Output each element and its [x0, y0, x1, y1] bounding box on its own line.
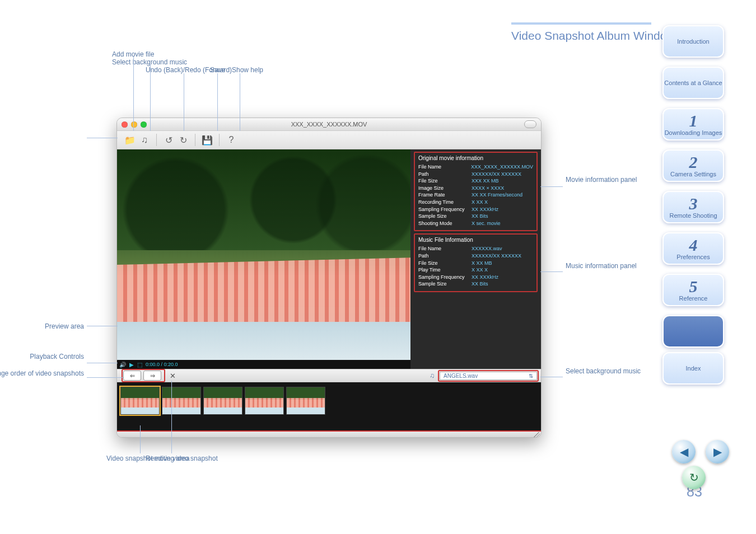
triangle-left-icon: ◀ — [680, 445, 688, 458]
music-info-heading: Music File Information — [418, 237, 533, 243]
order-prev-button[interactable]: ⇐ — [123, 371, 141, 381]
clip-4[interactable] — [245, 387, 284, 415]
nav-4-label: Preferences — [676, 254, 710, 260]
clip-3[interactable] — [203, 387, 242, 415]
preview-area: 🔊 ▶ ⬚ 0:00.0 / 0:20.0 — [117, 149, 410, 369]
nav-index-label: Index — [686, 365, 701, 372]
pager-arrows: ◀ ▶ — [672, 440, 729, 463]
save-icon: 💾 — [202, 135, 213, 146]
remove-snapshot-button[interactable]: ✕ — [170, 372, 176, 380]
side-nav: Introduction Contents at a Glance 1Downl… — [662, 25, 724, 394]
nav-contents[interactable]: Contents at a Glance — [662, 67, 724, 99]
fullscreen-button[interactable]: ⬚ — [137, 362, 142, 368]
open-movie-button[interactable]: 📁 — [123, 133, 137, 147]
bgm-filename: ANGELS.wav — [444, 373, 478, 379]
nav-intro-label: Introduction — [677, 38, 709, 45]
nav-1-num: 1 — [689, 113, 698, 129]
leader-remove — [171, 381, 172, 453]
callout-music-panel: Music information panel — [566, 262, 650, 270]
nav-1[interactable]: 1Downloading Images — [662, 108, 724, 140]
page-return: ↻ — [682, 466, 706, 489]
leader-movie-panel — [540, 186, 563, 187]
clip-1[interactable] — [120, 387, 160, 415]
nav-3[interactable]: 3Remote Shooting — [662, 191, 724, 223]
nav-4[interactable]: 4Preferences — [662, 232, 724, 265]
toolbar-sep-3 — [219, 134, 220, 146]
nav-3-num: 3 — [689, 195, 698, 212]
music-note-icon-small: ♫ — [430, 372, 435, 380]
select-music-button[interactable]: ♫ — [137, 133, 152, 147]
timeline-filler — [328, 387, 538, 426]
nav-contents-label: Contents at a Glance — [664, 79, 722, 86]
help-icon: ? — [229, 135, 234, 145]
page-title: Video Snapshot Album Window — [511, 29, 675, 43]
nav-3-label: Remote Shooting — [670, 212, 717, 219]
playback-controls: 🔊 ▶ ⬚ 0:00.0 / 0:20.0 — [117, 360, 410, 369]
leader-save — [217, 73, 218, 131]
callout-change-order: Change order of video snapshots — [0, 369, 84, 377]
page-return-button[interactable]: ↻ — [682, 466, 706, 489]
nav-index[interactable]: Index — [662, 352, 724, 385]
arrow-left-icon: ⇐ — [130, 372, 135, 380]
stepper-icon: ⇅ — [529, 373, 533, 379]
info-panel: Original movie information File NameXXX_… — [410, 149, 541, 369]
app-window: XXX_XXXX_XXXXXX.MOV 📁 ♫ ↺ ↻ 💾 ? 🔊 ▶ ⬚ — [116, 118, 542, 438]
help-button[interactable]: ? — [224, 133, 239, 147]
nav-1-label: Downloading Images — [665, 129, 722, 136]
clip-5[interactable] — [286, 387, 325, 415]
toolbar-toggle[interactable] — [524, 120, 536, 128]
sequence-bar: ⇐ ⇒ ✕ ♫ ANGELS.wav ⇅ — [117, 369, 541, 382]
heading-rule — [511, 22, 651, 25]
callout-controls: Playback Controls — [0, 353, 84, 360]
play-button[interactable]: ▶ — [129, 362, 134, 368]
preview-image — [117, 149, 410, 360]
time-display: 0:00.0 / 0:20.0 — [146, 362, 178, 367]
callout-undo-redo: Undo (Back)/Redo (Forward) — [146, 66, 232, 74]
undo-button[interactable]: ↺ — [161, 133, 176, 147]
leader-add-movie-left — [87, 138, 118, 138]
leader-music-panel — [540, 271, 563, 272]
page-forward-button[interactable]: ▶ — [706, 440, 729, 463]
arrow-right-icon: ⇒ — [150, 372, 155, 380]
folder-icon: 📁 — [124, 135, 136, 146]
page-back-button[interactable]: ◀ — [672, 440, 696, 463]
window-title: XXX_XXXX_XXXXXX.MOV — [117, 121, 541, 128]
x-icon: ✕ — [170, 372, 176, 380]
leader-preview — [87, 326, 118, 326]
nav-2-label: Camera Settings — [670, 171, 716, 177]
content-row: 🔊 ▶ ⬚ 0:00.0 / 0:20.0 Original movie inf… — [117, 149, 541, 369]
nav-reference[interactable]: Index — [662, 315, 724, 348]
nav-5[interactable]: 5Reference — [662, 274, 724, 306]
leader-add-movie — [133, 73, 134, 131]
triangle-right-icon: ▶ — [713, 445, 722, 458]
toolbar-sep-2 — [195, 134, 195, 146]
callout-help: Show help — [232, 66, 263, 74]
leader-controls — [87, 363, 118, 363]
leader-select-music — [150, 73, 151, 131]
nav-2[interactable]: 2Camera Settings — [662, 149, 724, 182]
order-next-button[interactable]: ⇒ — [143, 371, 161, 381]
redo-button[interactable]: ↻ — [176, 133, 190, 147]
callout-select-bgm: Select background music — [566, 367, 661, 375]
nav-2-num: 2 — [689, 154, 698, 171]
clip-2[interactable] — [162, 387, 201, 415]
toolbar: 📁 ♫ ↺ ↻ 💾 ? — [117, 131, 541, 149]
save-button[interactable]: 💾 — [200, 133, 214, 147]
resize-grip[interactable] — [533, 432, 540, 438]
return-icon: ↻ — [689, 471, 699, 484]
nav-5-label: Reference — [679, 295, 708, 302]
music-info-block: Music File Information File NameXXXXXX.w… — [414, 233, 538, 292]
statusbar — [117, 432, 541, 438]
nav-4-num: 4 — [689, 237, 698, 254]
leader-add-movie-ext — [133, 57, 134, 73]
volume-button[interactable]: 🔊 — [119, 362, 126, 368]
nav-intro[interactable]: Introduction — [662, 25, 724, 58]
order-buttons: ⇐ ⇒ — [122, 369, 165, 382]
leader-order — [87, 377, 123, 378]
bgm-selector[interactable]: ANGELS.wav ⇅ — [440, 372, 537, 380]
titlebar[interactable]: XXX_XXXX_XXXXXX.MOV — [117, 118, 541, 131]
music-note-icon: ♫ — [141, 135, 148, 145]
toolbar-sep-1 — [156, 134, 157, 146]
redo-icon: ↻ — [180, 135, 187, 146]
movie-info-block: Original movie information File NameXXX_… — [414, 152, 538, 231]
